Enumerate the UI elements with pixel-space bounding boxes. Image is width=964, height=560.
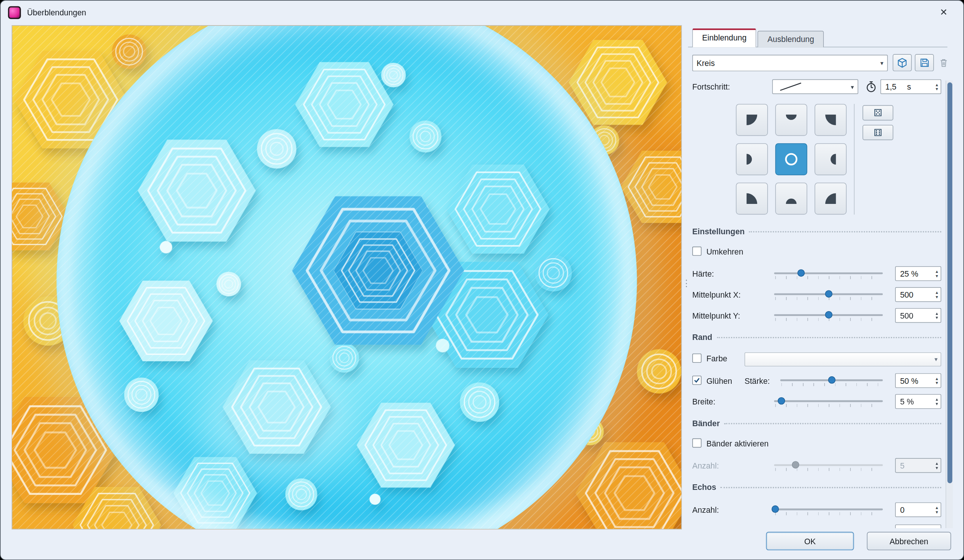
mittelpunkt-x-spinbox[interactable]: 500 ▲▼	[895, 287, 941, 302]
tab-einblendung[interactable]: Einblendung	[692, 28, 756, 47]
baender-aktivieren-checkbox[interactable]	[692, 439, 702, 448]
farbe-label: Farbe	[707, 354, 728, 364]
mittelpunkt-y-label: Mittelpunkt Y:	[692, 311, 740, 321]
half-right-icon	[823, 151, 839, 168]
spinner-arrows[interactable]: ▲▼	[933, 269, 939, 278]
origin-bottom-left-button[interactable]	[736, 182, 768, 215]
origin-top-left-button[interactable]	[736, 104, 768, 136]
breite-slider[interactable]	[774, 396, 883, 408]
stopwatch-icon	[865, 81, 878, 93]
echos-anzahl-slider[interactable]	[774, 503, 883, 516]
origin-top-right-button[interactable]	[814, 104, 846, 136]
scrollbar-thumb[interactable]	[948, 83, 953, 483]
umkehren-checkbox[interactable]	[692, 247, 702, 256]
spinner-arrows[interactable]: ▲▼	[933, 311, 939, 320]
section-baender-title: Bänder	[692, 419, 720, 428]
mittelpunkt-x-value: 500	[900, 290, 914, 299]
cancel-button-label: Abbrechen	[890, 536, 928, 546]
echos-anzahl-spinbox[interactable]: 0 ▲▼	[895, 502, 941, 517]
duration-value: 1,5	[885, 82, 897, 91]
gluehen-checkbox[interactable]	[692, 376, 702, 385]
origin-top-button[interactable]	[775, 104, 807, 136]
tab-bar: Einblendung Ausblendung	[692, 28, 825, 47]
ok-button-label: OK	[804, 536, 816, 546]
baender-anzahl-value: 5	[900, 461, 904, 470]
chevron-down-icon: ▾	[935, 356, 940, 363]
random-cube-button[interactable]: ⚅	[862, 125, 893, 140]
delete-button[interactable]	[936, 55, 951, 70]
preview-art	[12, 26, 681, 529]
haerte-slider[interactable]	[774, 268, 883, 280]
package-button[interactable]	[893, 54, 912, 71]
cancel-button[interactable]: Abbrechen	[867, 532, 951, 550]
spinner-arrows[interactable]: ▲▼	[933, 290, 939, 299]
section-echos-title: Echos	[692, 483, 716, 492]
quarter-bottom-right-icon	[823, 190, 839, 207]
half-bottom-icon	[783, 190, 800, 207]
mittelpunkt-x-slider-thumb[interactable]	[825, 290, 832, 298]
staerke-label: Stärke:	[744, 376, 770, 386]
origin-bottom-button[interactable]	[775, 182, 807, 215]
baender-anzahl-slider	[774, 459, 883, 472]
spinner-arrows[interactable]: ▲▼	[933, 397, 939, 406]
breite-slider-thumb[interactable]	[778, 397, 786, 405]
scaler: Überblendungen ✕	[0, 0, 964, 560]
settings-panel: Einblendung Ausblendung Kreis ▾ Fo	[688, 25, 954, 528]
haerte-spinbox[interactable]: 25 % ▲▼	[895, 266, 941, 281]
baender-anzahl-spinbox: 5 ▲▼	[895, 458, 941, 473]
chevron-down-icon: ▾	[851, 83, 854, 90]
spinner-arrows[interactable]: ▲▼	[933, 505, 939, 514]
preset-combobox[interactable]: Kreis ▾	[692, 55, 888, 71]
breite-spinbox[interactable]: 5 % ▲▼	[895, 394, 941, 409]
haerte-slider-thumb[interactable]	[798, 269, 805, 277]
grid-separator	[854, 104, 855, 215]
baender-anzahl-label: Anzahl:	[692, 461, 719, 470]
mittelpunkt-x-slider[interactable]	[774, 288, 883, 301]
haerte-label: Härte:	[692, 269, 714, 278]
duration-unit: s	[907, 82, 911, 91]
easing-combobox[interactable]: ▾	[772, 80, 858, 94]
origin-bottom-right-button[interactable]	[814, 182, 846, 215]
half-left-icon	[744, 151, 760, 168]
circle-center-icon	[783, 151, 800, 168]
duration-spinbox[interactable]: 1,5 s ▲▼	[881, 80, 941, 94]
ueberblendungen-dialog: Überblendungen ✕	[0, 0, 964, 560]
mittelpunkt-x-label: Mittelpunkt X:	[692, 290, 741, 300]
close-button[interactable]: ✕	[931, 3, 956, 21]
trash-icon	[939, 58, 949, 67]
random-once-button[interactable]: ⚄	[862, 105, 893, 120]
section-baender: Bänder	[692, 419, 941, 428]
echos-anzahl-slider-thumb[interactable]	[771, 505, 779, 513]
ok-button[interactable]: OK	[766, 532, 854, 550]
echos-anzahl-label: Anzahl:	[692, 505, 719, 514]
origin-right-button[interactable]	[814, 143, 846, 175]
quarter-bottom-left-icon	[744, 190, 760, 207]
mittelpunkt-y-slider-thumb[interactable]	[825, 311, 832, 319]
gluehen-label: Glühen	[707, 376, 732, 386]
clipped-next-spinbox	[895, 524, 941, 528]
mittelpunkt-y-value: 500	[900, 311, 914, 320]
staerke-slider[interactable]	[780, 374, 883, 387]
tab-ausblendung[interactable]: Ausblendung	[757, 31, 824, 47]
farbe-checkbox[interactable]	[692, 353, 702, 363]
mittelpunkt-y-slider[interactable]	[774, 309, 883, 322]
spinner-arrows[interactable]: ▲▼	[933, 376, 939, 385]
staerke-value: 50 %	[900, 376, 918, 385]
staerke-slider-thumb[interactable]	[828, 376, 835, 384]
die-face-icon: ⚄	[874, 107, 882, 119]
preset-value: Kreis	[696, 59, 715, 68]
progress-label: Fortschritt:	[692, 83, 730, 92]
save-button[interactable]	[915, 54, 934, 71]
section-rand: Rand	[692, 332, 941, 342]
origin-center-button[interactable]	[775, 143, 807, 175]
staerke-spinbox[interactable]: 50 % ▲▼	[895, 373, 941, 388]
chevron-down-icon: ▾	[881, 60, 883, 66]
quarter-top-left-icon	[744, 112, 760, 128]
mittelpunkt-y-spinbox[interactable]: 500 ▲▼	[895, 308, 941, 323]
panel-scrollbar[interactable]	[946, 81, 953, 528]
origin-left-button[interactable]	[736, 143, 768, 175]
spinner-arrows[interactable]: ▲▼	[933, 83, 939, 91]
border-color-dropdown[interactable]: ▾	[744, 352, 941, 366]
save-icon	[919, 58, 929, 67]
timer-button[interactable]	[865, 81, 878, 93]
